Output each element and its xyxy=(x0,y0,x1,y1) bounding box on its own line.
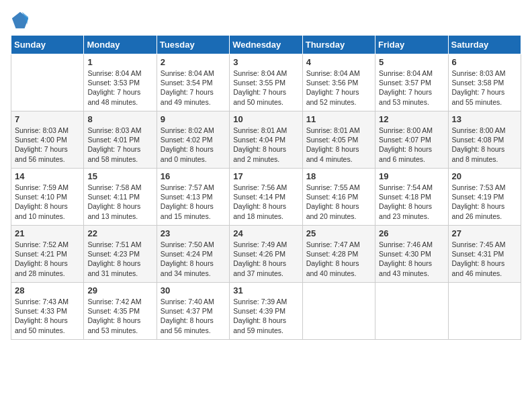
day-info: Sunrise: 7:54 AMSunset: 4:18 PMDaylight:… xyxy=(379,183,444,221)
day-number: 22 xyxy=(87,228,152,238)
day-number: 2 xyxy=(161,57,226,67)
day-info: Sunrise: 8:00 AMSunset: 4:07 PMDaylight:… xyxy=(379,126,444,164)
calendar-cell xyxy=(302,283,375,340)
day-number: 7 xyxy=(15,114,80,124)
calendar-cell: 19Sunrise: 7:54 AMSunset: 4:18 PMDayligh… xyxy=(375,169,448,226)
calendar-cell: 29Sunrise: 7:42 AMSunset: 4:35 PMDayligh… xyxy=(84,283,157,340)
calendar-header-row: SundayMondayTuesdayWednesdayThursdayFrid… xyxy=(11,36,521,54)
calendar-cell: 14Sunrise: 7:59 AMSunset: 4:10 PMDayligh… xyxy=(11,169,84,226)
calendar-week-row: 14Sunrise: 7:59 AMSunset: 4:10 PMDayligh… xyxy=(11,169,521,226)
day-number: 10 xyxy=(233,114,298,124)
day-number: 30 xyxy=(161,285,226,295)
calendar-cell: 9Sunrise: 8:02 AMSunset: 4:02 PMDaylight… xyxy=(157,111,229,169)
calendar-cell: 4Sunrise: 8:04 AMSunset: 3:56 PMDaylight… xyxy=(302,54,375,111)
day-number: 14 xyxy=(15,171,80,181)
calendar-cell: 26Sunrise: 7:46 AMSunset: 4:30 PMDayligh… xyxy=(375,226,448,283)
calendar-header-day: Thursday xyxy=(302,36,375,54)
calendar-header-day: Sunday xyxy=(11,36,84,54)
day-number: 26 xyxy=(379,228,444,238)
calendar-header-day: Monday xyxy=(84,36,157,54)
day-info: Sunrise: 7:49 AMSunset: 4:26 PMDaylight:… xyxy=(233,240,298,278)
day-info: Sunrise: 7:53 AMSunset: 4:19 PMDaylight:… xyxy=(452,183,517,221)
day-info: Sunrise: 7:50 AMSunset: 4:24 PMDaylight:… xyxy=(161,240,226,278)
day-info: Sunrise: 8:01 AMSunset: 4:04 PMDaylight:… xyxy=(233,126,298,164)
calendar-cell: 28Sunrise: 7:43 AMSunset: 4:33 PMDayligh… xyxy=(11,283,84,340)
calendar-cell: 22Sunrise: 7:51 AMSunset: 4:23 PMDayligh… xyxy=(84,226,157,283)
day-info: Sunrise: 7:43 AMSunset: 4:33 PMDaylight:… xyxy=(15,297,80,335)
day-info: Sunrise: 8:04 AMSunset: 3:55 PMDaylight:… xyxy=(233,68,298,107)
calendar-cell xyxy=(448,283,521,340)
calendar-cell: 13Sunrise: 8:00 AMSunset: 4:08 PMDayligh… xyxy=(448,111,521,169)
calendar-cell: 7Sunrise: 8:03 AMSunset: 4:00 PMDaylight… xyxy=(11,111,84,169)
day-info: Sunrise: 8:04 AMSunset: 3:57 PMDaylight:… xyxy=(379,68,444,107)
day-number: 13 xyxy=(452,114,517,124)
calendar-cell: 10Sunrise: 8:01 AMSunset: 4:04 PMDayligh… xyxy=(230,111,302,169)
day-number: 8 xyxy=(87,114,152,124)
day-info: Sunrise: 8:03 AMSunset: 4:01 PMDaylight:… xyxy=(87,126,152,164)
day-info: Sunrise: 8:03 AMSunset: 3:58 PMDaylight:… xyxy=(452,68,517,107)
day-number: 15 xyxy=(87,171,152,181)
day-info: Sunrise: 8:04 AMSunset: 3:53 PMDaylight:… xyxy=(87,68,152,107)
day-number: 23 xyxy=(161,228,226,238)
day-number: 27 xyxy=(452,228,517,238)
day-info: Sunrise: 7:40 AMSunset: 4:37 PMDaylight:… xyxy=(161,297,226,335)
day-number: 3 xyxy=(233,57,298,67)
day-number: 11 xyxy=(306,114,371,124)
day-number: 5 xyxy=(379,57,444,67)
day-number: 9 xyxy=(161,114,226,124)
day-info: Sunrise: 8:04 AMSunset: 3:54 PMDaylight:… xyxy=(161,68,226,107)
day-number: 25 xyxy=(306,228,371,238)
day-number: 18 xyxy=(306,171,371,181)
page-header xyxy=(11,11,521,30)
day-number: 12 xyxy=(379,114,444,124)
day-info: Sunrise: 8:00 AMSunset: 4:08 PMDaylight:… xyxy=(452,126,517,164)
calendar-body: 1Sunrise: 8:04 AMSunset: 3:53 PMDaylight… xyxy=(11,54,521,340)
calendar-cell: 25Sunrise: 7:47 AMSunset: 4:28 PMDayligh… xyxy=(302,226,375,283)
calendar-week-row: 21Sunrise: 7:52 AMSunset: 4:21 PMDayligh… xyxy=(11,226,521,283)
day-number: 1 xyxy=(87,57,152,67)
calendar-cell xyxy=(11,54,84,111)
day-info: Sunrise: 7:51 AMSunset: 4:23 PMDaylight:… xyxy=(87,240,152,278)
calendar-cell: 5Sunrise: 8:04 AMSunset: 3:57 PMDaylight… xyxy=(375,54,448,111)
calendar-week-row: 7Sunrise: 8:03 AMSunset: 4:00 PMDaylight… xyxy=(11,111,521,169)
day-info: Sunrise: 8:01 AMSunset: 4:05 PMDaylight:… xyxy=(306,126,371,164)
calendar-cell: 6Sunrise: 8:03 AMSunset: 3:58 PMDaylight… xyxy=(448,54,521,111)
day-info: Sunrise: 7:57 AMSunset: 4:13 PMDaylight:… xyxy=(161,183,226,221)
calendar-cell: 30Sunrise: 7:40 AMSunset: 4:37 PMDayligh… xyxy=(157,283,229,340)
calendar-cell: 17Sunrise: 7:56 AMSunset: 4:14 PMDayligh… xyxy=(230,169,302,226)
calendar-cell: 27Sunrise: 7:45 AMSunset: 4:31 PMDayligh… xyxy=(448,226,521,283)
day-info: Sunrise: 7:45 AMSunset: 4:31 PMDaylight:… xyxy=(452,240,517,278)
calendar-cell: 18Sunrise: 7:55 AMSunset: 4:16 PMDayligh… xyxy=(302,169,375,226)
calendar-cell xyxy=(375,283,448,340)
day-number: 21 xyxy=(15,228,80,238)
calendar-cell: 24Sunrise: 7:49 AMSunset: 4:26 PMDayligh… xyxy=(230,226,302,283)
day-info: Sunrise: 7:58 AMSunset: 4:11 PMDaylight:… xyxy=(87,183,152,221)
calendar-cell: 3Sunrise: 8:04 AMSunset: 3:55 PMDaylight… xyxy=(230,54,302,111)
calendar-cell: 1Sunrise: 8:04 AMSunset: 3:53 PMDaylight… xyxy=(84,54,157,111)
day-info: Sunrise: 7:46 AMSunset: 4:30 PMDaylight:… xyxy=(379,240,444,278)
day-info: Sunrise: 8:03 AMSunset: 4:00 PMDaylight:… xyxy=(15,126,80,164)
calendar-cell: 21Sunrise: 7:52 AMSunset: 4:21 PMDayligh… xyxy=(11,226,84,283)
logo-icon xyxy=(11,11,30,30)
day-info: Sunrise: 7:47 AMSunset: 4:28 PMDaylight:… xyxy=(306,240,371,278)
calendar-cell: 23Sunrise: 7:50 AMSunset: 4:24 PMDayligh… xyxy=(157,226,229,283)
day-number: 16 xyxy=(161,171,226,181)
calendar-cell: 8Sunrise: 8:03 AMSunset: 4:01 PMDaylight… xyxy=(84,111,157,169)
calendar-header-day: Saturday xyxy=(448,36,521,54)
day-info: Sunrise: 7:59 AMSunset: 4:10 PMDaylight:… xyxy=(15,183,80,221)
day-number: 4 xyxy=(306,57,371,67)
calendar-cell: 31Sunrise: 7:39 AMSunset: 4:39 PMDayligh… xyxy=(230,283,302,340)
day-info: Sunrise: 7:52 AMSunset: 4:21 PMDaylight:… xyxy=(15,240,80,278)
day-info: Sunrise: 8:02 AMSunset: 4:02 PMDaylight:… xyxy=(161,126,226,164)
day-number: 28 xyxy=(15,285,80,295)
calendar-header-day: Tuesday xyxy=(157,36,229,54)
calendar-week-row: 1Sunrise: 8:04 AMSunset: 3:53 PMDaylight… xyxy=(11,54,521,111)
calendar-cell: 15Sunrise: 7:58 AMSunset: 4:11 PMDayligh… xyxy=(84,169,157,226)
calendar-header-day: Wednesday xyxy=(230,36,302,54)
calendar-table: SundayMondayTuesdayWednesdayThursdayFrid… xyxy=(11,35,521,340)
day-number: 19 xyxy=(379,171,444,181)
calendar-week-row: 28Sunrise: 7:43 AMSunset: 4:33 PMDayligh… xyxy=(11,283,521,340)
day-number: 24 xyxy=(233,228,298,238)
logo xyxy=(11,11,32,30)
day-info: Sunrise: 7:56 AMSunset: 4:14 PMDaylight:… xyxy=(233,183,298,221)
